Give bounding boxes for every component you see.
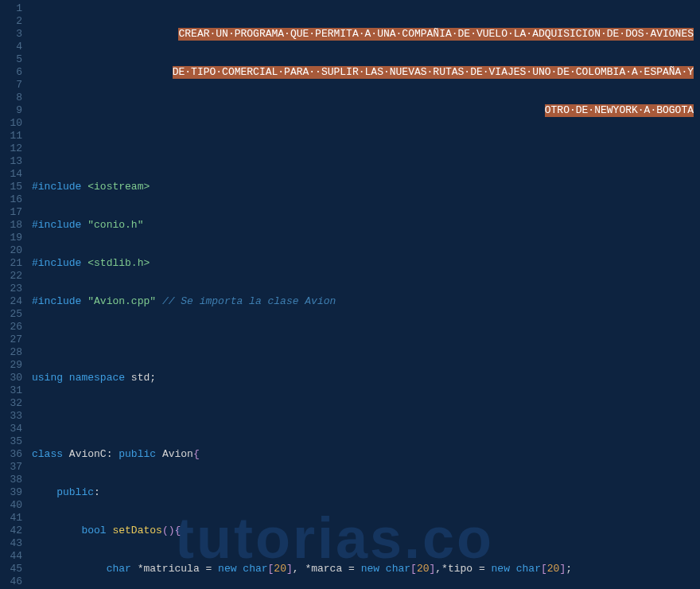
code-editor[interactable]: 1234567891011121314151617181920212223242… [0,0,700,589]
include-kw: #include [32,181,81,193]
include-conio: "conio.h" [88,219,143,231]
include-stdlib: <stdlib.h> [88,257,150,269]
comment-header-1: CREAR·UN·PROGRAMA·QUE·PERMITA·A·UNA·COMP… [178,28,694,41]
method-setDatos: setDatos [112,525,161,536]
comment-import: // Se importa la clase Avion [162,295,336,307]
comment-header-3: OTRO·DE·NEWYORK·A·BOGOTA [545,104,694,117]
include-avion: "Avion.cpp" [88,295,156,307]
code-content[interactable]: CREAR·UN·PROGRAMA·QUE·PERMITA·A·UNA·COMP… [32,2,700,589]
comment-header-2: DE·TIPO·COMERCIAL·PARA··SUPLIR·LAS·NUEVA… [173,66,694,79]
line-gutter: 1234567891011121314151617181920212223242… [0,2,32,589]
include-iostream: <iostream> [88,181,150,193]
